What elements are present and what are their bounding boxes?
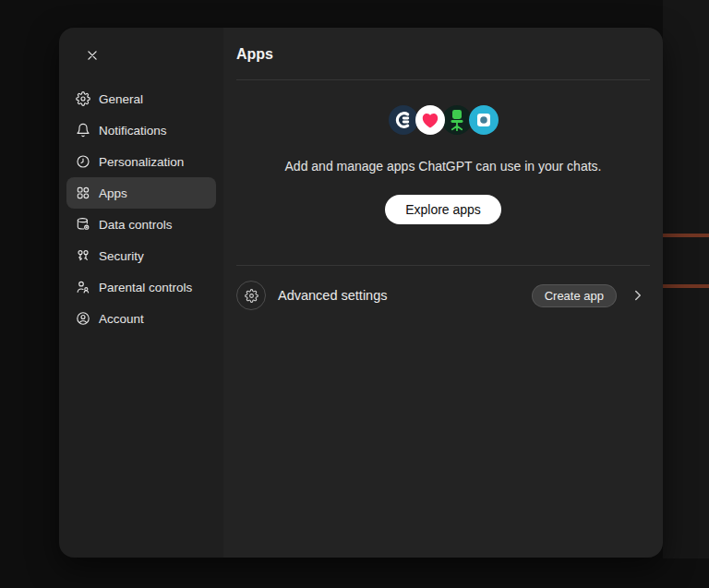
background-panel-right xyxy=(663,0,709,558)
sidebar-item-security[interactable]: Security xyxy=(66,240,216,271)
keys-icon xyxy=(76,248,90,263)
explore-apps-button[interactable]: Explore apps xyxy=(385,195,501,224)
sidebar-item-label: Notifications xyxy=(99,124,167,138)
dot-square-app-icon xyxy=(469,105,499,135)
chevron-right-icon[interactable] xyxy=(630,287,646,304)
sidebar-item-label: Data controls xyxy=(99,218,173,232)
settings-nav: General Notifications Personalization Ap… xyxy=(66,83,216,334)
sidebar-item-personalization[interactable]: Personalization xyxy=(66,146,216,177)
people-icon xyxy=(76,280,90,294)
sidebar-item-label: Security xyxy=(99,249,144,263)
settings-sidebar: General Notifications Personalization Ap… xyxy=(59,28,223,558)
apps-hero: Add and manage apps ChatGPT can use in y… xyxy=(236,80,650,224)
sidebar-item-parental-controls[interactable]: Parental controls xyxy=(66,271,216,303)
sidebar-item-label: Personalization xyxy=(99,155,184,169)
advanced-settings-row[interactable]: Advanced settings Create app xyxy=(236,279,650,312)
close-button[interactable] xyxy=(79,42,105,68)
sidebar-item-label: Apps xyxy=(99,186,127,200)
background-rust-line-top xyxy=(663,234,709,237)
user-circle-icon xyxy=(76,311,90,326)
sidebar-item-apps[interactable]: Apps xyxy=(66,177,216,209)
apps-grid-icon xyxy=(76,186,90,200)
bell-icon xyxy=(76,123,90,138)
settings-dialog: General Notifications Personalization Ap… xyxy=(59,28,663,558)
sidebar-item-label: Account xyxy=(99,312,144,326)
close-icon xyxy=(86,49,99,62)
background-rust-line-bottom xyxy=(663,284,709,288)
sidebar-item-label: General xyxy=(99,92,143,106)
sidebar-item-account[interactable]: Account xyxy=(66,303,216,334)
sidebar-item-general[interactable]: General xyxy=(66,83,216,114)
settings-main-panel: Apps Add and manage apps ChatGPT can use… xyxy=(223,28,663,558)
advanced-gear-badge xyxy=(236,281,266,310)
c-logo-app-icon xyxy=(389,105,418,135)
heart-app-icon xyxy=(415,105,445,135)
create-app-button[interactable]: Create app xyxy=(532,284,617,307)
divider xyxy=(236,265,650,266)
sidebar-item-notifications[interactable]: Notifications xyxy=(66,114,216,146)
gear-icon xyxy=(76,91,90,106)
gear-icon xyxy=(245,289,258,303)
database-gear-icon xyxy=(76,217,90,232)
advanced-settings-label: Advanced settings xyxy=(278,288,388,303)
sidebar-item-label: Parental controls xyxy=(99,281,192,294)
page-title: Apps xyxy=(236,44,650,65)
sidebar-item-data-controls[interactable]: Data controls xyxy=(66,209,216,240)
apps-description: Add and manage apps ChatGPT can use in y… xyxy=(285,157,602,175)
office-chair-app-icon xyxy=(442,105,472,135)
clock-dial-icon xyxy=(76,154,90,169)
app-icons-row xyxy=(389,105,499,135)
